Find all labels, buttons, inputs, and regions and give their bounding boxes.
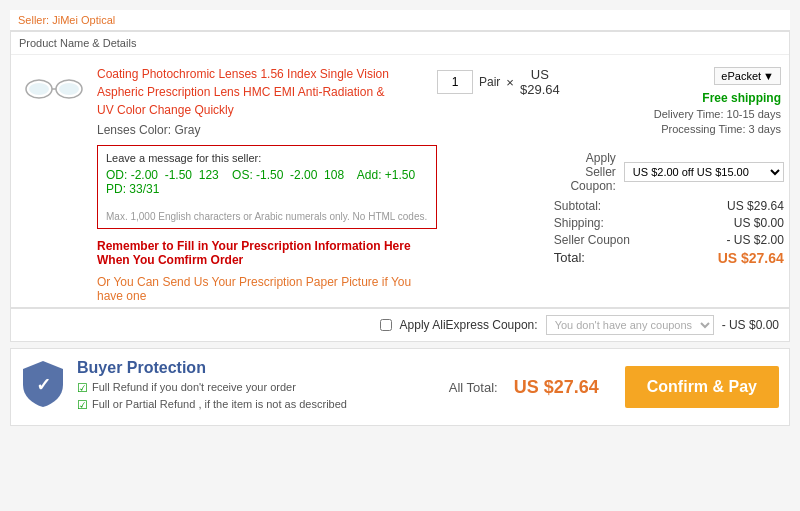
epacket-button[interactable]: ePacket ▼ bbox=[714, 67, 781, 85]
message-box: Leave a message for this seller: Max. 1,… bbox=[97, 145, 437, 229]
subtotal-value: US $29.64 bbox=[727, 199, 784, 213]
shipping-value: US $0.00 bbox=[734, 216, 784, 230]
svg-point-3 bbox=[59, 83, 79, 95]
product-left-col: Coating Photochromic Lenses 1.56 Index S… bbox=[19, 65, 437, 303]
reminder-text-1: Remember to Fill in Your Prescription In… bbox=[97, 239, 437, 267]
shipping-section: Free shipping Delivery Time: 10-15 days … bbox=[554, 91, 781, 135]
bp-content: Buyer Protection ☑ Full Refund if you do… bbox=[77, 359, 347, 415]
all-total-value: US $27.64 bbox=[514, 377, 599, 398]
lenses-color: Lenses Color: Gray bbox=[97, 123, 437, 137]
delivery-time: Delivery Time: 10-15 days bbox=[554, 108, 781, 120]
qty-multiply: × bbox=[506, 75, 514, 90]
coupon-area: Apply Seller Coupon: US $2.00 off US $15… bbox=[554, 151, 784, 193]
subtotal-row: Subtotal: US $29.64 bbox=[554, 199, 784, 213]
seller-label: Seller: bbox=[18, 14, 49, 26]
seller-coupon-row: Seller Coupon - US $2.00 bbox=[554, 233, 784, 247]
product-name: Coating Photochromic Lenses 1.56 Index S… bbox=[97, 65, 437, 119]
summary-table: Subtotal: US $29.64 Shipping: US $0.00 S… bbox=[554, 199, 784, 266]
buyer-protection: ✓ Buyer Protection ☑ Full Refund if you … bbox=[21, 359, 347, 415]
coupon-select[interactable]: US $2.00 off US $15.00 bbox=[624, 162, 784, 182]
aliexpress-coupon-label: Apply AliExpress Coupon: bbox=[400, 318, 538, 332]
svg-point-1 bbox=[29, 83, 49, 95]
reminder-text-2: Or You Can Send Us Your Prescription Pap… bbox=[97, 275, 437, 303]
confirm-pay-button[interactable]: Confirm & Pay bbox=[625, 366, 779, 408]
aliexpress-coupon-select[interactable]: You don't have any coupons bbox=[546, 315, 714, 335]
qty-section: Pair × US $29.64 bbox=[437, 67, 554, 97]
total-value: US $27.64 bbox=[718, 250, 784, 266]
shipping-row: Shipping: US $0.00 bbox=[554, 216, 784, 230]
product-image bbox=[19, 69, 89, 109]
all-total-label: All Total: bbox=[449, 380, 498, 395]
product-details: Coating Photochromic Lenses 1.56 Index S… bbox=[97, 65, 437, 303]
quantity-input[interactable] bbox=[437, 70, 473, 94]
chevron-down-icon: ▼ bbox=[763, 70, 774, 82]
order-summary: Apply Seller Coupon: US $2.00 off US $15… bbox=[554, 151, 784, 266]
free-shipping: Free shipping bbox=[554, 91, 781, 105]
product-main-row: Coating Photochromic Lenses 1.56 Index S… bbox=[11, 55, 789, 307]
message-textarea[interactable] bbox=[106, 168, 428, 204]
coupon-row: Apply Seller Coupon: US $2.00 off US $15… bbox=[554, 151, 784, 193]
color-value: Gray bbox=[174, 123, 200, 137]
seller-coupon-value: - US $2.00 bbox=[726, 233, 783, 247]
shield-icon: ✓ bbox=[21, 359, 65, 412]
svg-text:✓: ✓ bbox=[36, 375, 51, 395]
seller-bar: Seller: JiMei Optical bbox=[10, 10, 790, 31]
check-icon-2: ☑ bbox=[77, 398, 88, 412]
message-label: Leave a message for this seller: bbox=[106, 152, 428, 164]
check-icon-1: ☑ bbox=[77, 381, 88, 395]
seller-name: JiMei Optical bbox=[52, 14, 115, 26]
total-confirm-section: All Total: US $27.64 Confirm & Pay bbox=[449, 366, 779, 408]
message-hint: Max. 1,000 English characters or Arabic … bbox=[106, 211, 428, 222]
product-header: Product Name & Details bbox=[11, 32, 789, 55]
bp-item-2: ☑ Full or Partial Refund , if the item i… bbox=[77, 398, 347, 412]
coupon-label: Apply Seller Coupon: bbox=[554, 151, 616, 193]
product-right-col: ePacket ▼ Free shipping Delivery Time: 1… bbox=[554, 65, 781, 269]
processing-time: Processing Time: 3 days bbox=[554, 123, 781, 135]
product-section: Product Name & Details Co bbox=[10, 31, 790, 308]
total-row: Total: US $27.64 bbox=[554, 250, 784, 266]
aliexpress-coupon-discount: - US $0.00 bbox=[722, 318, 779, 332]
product-mid-col: Pair × US $29.64 bbox=[437, 65, 554, 97]
aliexpress-coupon-row: Apply AliExpress Coupon: You don't have … bbox=[10, 308, 790, 342]
qty-unit: Pair bbox=[479, 75, 500, 89]
bp-title: Buyer Protection bbox=[77, 359, 347, 377]
bottom-section: ✓ Buyer Protection ☑ Full Refund if you … bbox=[10, 348, 790, 426]
aliexpress-coupon-checkbox[interactable] bbox=[380, 319, 392, 331]
bp-item-1: ☑ Full Refund if you don't receive your … bbox=[77, 381, 347, 395]
